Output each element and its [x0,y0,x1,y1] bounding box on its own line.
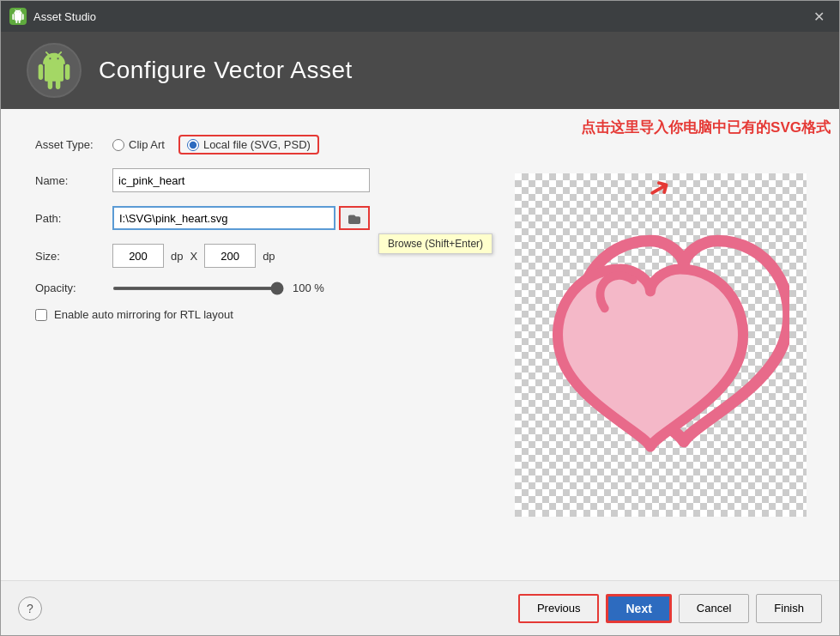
rtl-checkbox[interactable] [35,309,47,321]
asset-type-group: Clip Art Local file (SVG, PSD) [112,135,319,154]
preview-canvas [515,173,807,517]
path-label: Path: [35,212,112,225]
browse-button[interactable] [339,206,370,230]
opacity-value: 100 % [293,282,324,294]
path-row: Path: Browse (Shift+Enter) [35,206,456,230]
size-inputs: dp X dp [112,244,275,268]
rtl-row: Enable auto mirroring for RTL layout [35,308,456,321]
rtl-label: Enable auto mirroring for RTL layout [54,308,233,321]
title-bar: Asset Studio ✕ [1,1,839,32]
browse-tooltip: Browse (Shift+Enter) [378,233,493,254]
asset-type-label: Asset Type: [35,138,112,151]
size-width-input[interactable] [112,244,164,268]
window-title: Asset Studio [33,10,807,23]
dialog-title: Configure Vector Asset [99,57,353,84]
android-logo [27,43,82,98]
footer-right: Previous Next Cancel Finish [518,594,822,623]
name-input[interactable] [112,168,370,192]
finish-button[interactable]: Finish [756,594,822,623]
cancel-button[interactable]: Cancel [679,594,749,623]
opacity-slider[interactable] [112,287,284,290]
clip-art-label: Clip Art [129,138,165,151]
asset-studio-window: Asset Studio ✕ Configure Vector Asset As… [0,0,840,636]
right-panel: 点击这里导入你电脑中已有的SVG格式 ➜ [481,109,839,580]
local-file-label: Local file (SVG, PSD) [203,138,311,151]
clip-art-option[interactable]: Clip Art [112,138,165,151]
footer: ? Previous Next Cancel Finish [1,580,839,635]
help-button[interactable]: ? [18,597,42,621]
clip-art-radio[interactable] [112,139,124,151]
name-label: Name: [35,174,112,187]
opacity-controls: 100 % [112,282,324,294]
asset-type-row: Asset Type: Clip Art Local file (SVG, PS… [35,135,456,154]
size-unit-height: dp [263,250,275,263]
opacity-row: Opacity: 100 % [35,282,456,294]
size-unit-width: dp [171,250,183,263]
local-file-radio[interactable] [187,139,199,151]
size-label: Size: [35,250,112,263]
content-area: Asset Type: Clip Art Local file (SVG, PS… [1,109,839,580]
name-row: Name: [35,168,456,192]
app-icon [9,8,27,25]
heart-preview [532,216,789,474]
left-panel: Asset Type: Clip Art Local file (SVG, PS… [1,109,481,580]
preview-area [515,173,807,517]
annotation-text: 点击这里导入你电脑中已有的SVG格式 [581,118,831,138]
opacity-label: Opacity: [35,282,112,294]
footer-left: ? [18,597,518,621]
dialog-header: Configure Vector Asset [1,32,839,109]
local-file-option-highlight[interactable]: Local file (SVG, PSD) [178,135,319,154]
path-input[interactable] [112,206,335,230]
size-separator: X [190,250,197,263]
next-button[interactable]: Next [606,594,671,623]
path-input-group: Browse (Shift+Enter) [112,206,370,230]
size-height-input[interactable] [204,244,256,268]
previous-button[interactable]: Previous [518,594,600,623]
close-button[interactable]: ✕ [807,4,831,28]
